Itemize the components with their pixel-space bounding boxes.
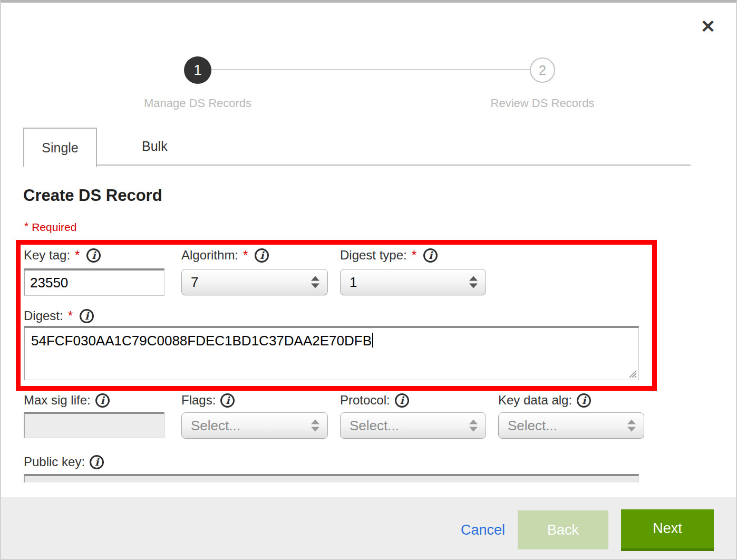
max-sig-life-label: Max sig life: i	[24, 393, 110, 408]
key-tag-label: Key tag: * i	[24, 248, 101, 263]
step-2-number: 2	[539, 63, 546, 78]
step-1-label: Manage DS Records	[113, 96, 282, 110]
flags-label-text: Flags:	[181, 393, 216, 408]
key-data-alg-selected-value: Select...	[508, 418, 557, 434]
step-2-indicator: 2	[530, 57, 555, 83]
protocol-select[interactable]: Select...	[340, 412, 486, 439]
algorithm-info-icon[interactable]: i	[255, 248, 269, 263]
public-key-label: Public key: i	[24, 455, 104, 469]
algorithm-label: Algorithm: * i	[181, 248, 269, 263]
resize-handle-icon[interactable]	[626, 368, 637, 378]
spinner-arrows-icon	[311, 276, 319, 288]
public-key-info-icon[interactable]: i	[90, 455, 104, 469]
step-1-number: 1	[193, 62, 201, 79]
spinner-arrows-icon	[311, 420, 319, 432]
flags-selected-value: Select...	[191, 418, 240, 434]
required-note-text: Required	[32, 221, 76, 233]
key-data-alg-label-text: Key data alg:	[498, 393, 572, 408]
flags-info-icon[interactable]: i	[220, 393, 235, 408]
tab-bar: Single Bulk	[23, 128, 691, 166]
create-ds-record-modal: ✕ 1 2 Manage DS Records Review DS Record…	[0, 0, 737, 560]
flags-label: Flags: i	[181, 393, 235, 408]
key-tag-required-asterisk: *	[75, 248, 80, 263]
algorithm-select[interactable]: 7	[181, 269, 328, 295]
digest-type-label-text: Digest type:	[340, 248, 407, 263]
close-icon[interactable]: ✕	[696, 14, 720, 38]
digest-type-info-icon[interactable]: i	[423, 248, 438, 263]
required-asterisk: *	[24, 220, 28, 232]
digest-textarea[interactable]: 54FCF030AA1C79C0088FDEC1BD1C37DAA2E70DFB	[24, 326, 639, 380]
spinner-arrows-icon	[469, 276, 478, 288]
protocol-selected-value: Select...	[350, 418, 399, 434]
digest-type-selected-value: 1	[350, 274, 357, 291]
page-title: Create DS Record	[23, 186, 162, 205]
tab-single[interactable]: Single	[23, 128, 97, 167]
key-data-alg-label: Key data alg: i	[498, 393, 591, 408]
digest-label-text: Digest:	[24, 308, 63, 323]
key-tag-label-text: Key tag:	[24, 248, 70, 263]
cancel-button[interactable]: Cancel	[461, 522, 505, 538]
text-cursor	[372, 333, 373, 347]
digest-value: 54FCF030AA1C79C0088FDEC1BD1C37DAA2E70DFB	[31, 333, 372, 349]
tab-single-label: Single	[42, 140, 79, 156]
key-tag-input[interactable]	[24, 268, 164, 296]
spinner-arrows-icon	[627, 420, 636, 432]
digest-type-required-asterisk: *	[412, 248, 416, 263]
max-sig-life-info-icon[interactable]: i	[95, 393, 110, 408]
algorithm-label-text: Algorithm:	[181, 248, 238, 263]
key-tag-info-icon[interactable]: i	[86, 248, 101, 263]
public-key-textarea[interactable]	[24, 474, 639, 482]
spinner-arrows-icon	[469, 420, 478, 432]
digest-type-label: Digest type: * i	[340, 248, 438, 263]
public-key-label-text: Public key:	[24, 455, 85, 469]
back-button[interactable]: Back	[518, 510, 608, 549]
protocol-label: Protocol: i	[340, 393, 409, 408]
protocol-label-text: Protocol:	[340, 393, 390, 408]
digest-info-icon[interactable]: i	[80, 309, 94, 323]
max-sig-life-input[interactable]	[24, 412, 164, 438]
key-data-alg-info-icon[interactable]: i	[577, 393, 591, 408]
max-sig-life-label-text: Max sig life:	[24, 393, 91, 408]
digest-type-select[interactable]: 1	[340, 269, 486, 295]
tab-bulk[interactable]: Bulk	[119, 128, 190, 165]
required-note: *Required	[24, 220, 76, 234]
digest-required-asterisk: *	[68, 308, 73, 323]
algorithm-selected-value: 7	[191, 274, 198, 291]
flags-select[interactable]: Select...	[181, 412, 328, 439]
digest-label: Digest: * i	[24, 308, 94, 323]
step-1-indicator: 1	[184, 56, 211, 84]
tab-bulk-label: Bulk	[142, 139, 168, 154]
key-data-alg-select[interactable]: Select...	[498, 412, 644, 439]
protocol-info-icon[interactable]: i	[395, 393, 409, 408]
step-2-label: Review DS Records	[458, 96, 627, 110]
stepper-connector-line	[211, 69, 531, 70]
algorithm-required-asterisk: *	[243, 248, 248, 263]
next-button[interactable]: Next	[621, 509, 714, 551]
modal-footer: Cancel Back Next	[1, 497, 736, 560]
